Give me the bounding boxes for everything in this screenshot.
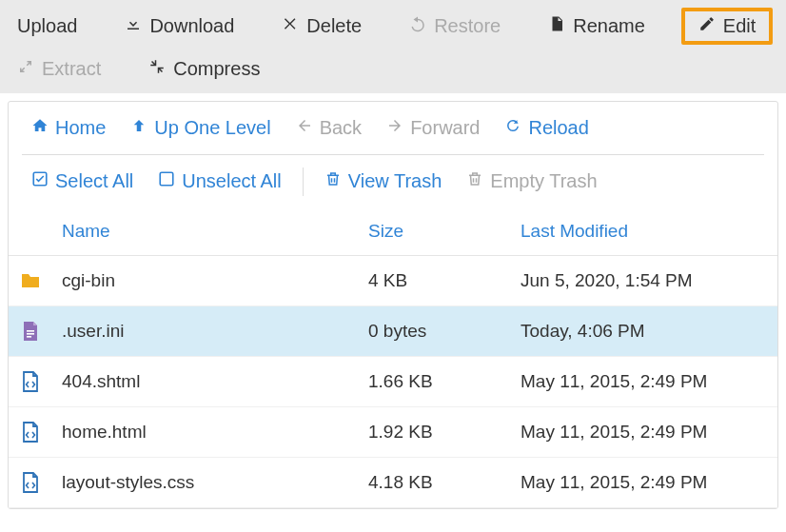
edit-label: Edit — [723, 15, 756, 37]
checkbox-checked-icon — [31, 170, 49, 192]
column-name[interactable]: Name — [52, 207, 359, 256]
trash-icon — [324, 170, 342, 192]
arrow-right-icon — [386, 117, 403, 139]
unselect-all-button[interactable]: Unselect All — [148, 165, 291, 198]
table-row[interactable]: 404.shtml1.66 KBMay 11, 2015, 2:49 PM — [9, 357, 777, 407]
file-panel: Home Up One Level Back Forward Reload — [8, 101, 778, 509]
svg-rect-4 — [27, 336, 31, 338]
file-size: 1.66 KB — [359, 357, 511, 407]
view-trash-button[interactable]: View Trash — [315, 165, 452, 198]
file-size: 0 bytes — [359, 306, 511, 357]
upload-label: Upload — [17, 15, 77, 37]
unselect-all-label: Unselect All — [182, 170, 282, 192]
download-icon — [125, 15, 142, 37]
file-icon — [548, 15, 565, 37]
download-button[interactable]: Download — [113, 10, 246, 43]
file-modified: Today, 4:06 PM — [511, 306, 777, 357]
svg-rect-3 — [27, 333, 34, 335]
restore-button: Restore — [398, 10, 512, 43]
reload-icon — [504, 117, 521, 139]
file-table: Name Size Last Modified cgi-bin4 KBJun 5… — [9, 207, 777, 508]
restore-label: Restore — [434, 15, 501, 37]
view-trash-label: View Trash — [348, 170, 442, 192]
file-modified: May 11, 2015, 2:49 PM — [511, 407, 777, 458]
file-size: 4 KB — [359, 256, 511, 306]
forward-label: Forward — [410, 117, 480, 139]
file-size: 4.18 KB — [359, 458, 511, 508]
file-name: .user.ini — [52, 306, 359, 357]
select-toolbar: Select All Unselect All View Trash Empty… — [9, 155, 777, 207]
file-name: home.html — [52, 407, 359, 458]
column-modified[interactable]: Last Modified — [511, 207, 777, 256]
arrow-left-icon — [296, 117, 313, 139]
empty-trash-button: Empty Trash — [457, 165, 606, 198]
undo-icon — [409, 15, 426, 37]
table-row[interactable]: .user.ini0 bytesToday, 4:06 PM — [9, 306, 777, 357]
pencil-icon — [698, 15, 716, 37]
edit-button[interactable]: Edit — [681, 8, 773, 45]
file-type-icon — [9, 256, 52, 306]
back-button: Back — [286, 111, 371, 145]
nav-toolbar: Home Up One Level Back Forward Reload — [9, 102, 777, 154]
rename-label: Rename — [573, 15, 645, 37]
up-label: Up One Level — [154, 117, 270, 139]
back-label: Back — [320, 117, 362, 139]
empty-trash-label: Empty Trash — [490, 170, 597, 192]
svg-rect-1 — [161, 172, 174, 186]
delete-button[interactable]: Delete — [270, 10, 373, 43]
close-icon — [282, 15, 299, 37]
file-type-icon — [9, 306, 52, 357]
home-button[interactable]: Home — [22, 111, 115, 145]
file-name: layout-styles.css — [52, 458, 359, 508]
up-one-level-button[interactable]: Up One Level — [121, 111, 280, 145]
table-row[interactable]: cgi-bin4 KBJun 5, 2020, 1:54 PM — [9, 256, 777, 306]
file-size: 1.92 KB — [359, 407, 511, 458]
home-icon — [31, 117, 49, 139]
upload-button[interactable]: Upload — [6, 10, 88, 43]
extract-button: Extract — [6, 52, 112, 86]
extract-label: Extract — [42, 58, 101, 80]
reload-label: Reload — [528, 117, 588, 139]
compress-button[interactable]: Compress — [137, 52, 271, 86]
column-icon — [9, 207, 52, 256]
file-name: 404.shtml — [52, 357, 359, 407]
main-toolbar: Upload Download Delete Restore Rename Ed… — [0, 0, 786, 93]
select-all-button[interactable]: Select All — [22, 165, 143, 198]
table-row[interactable]: layout-styles.css4.18 KBMay 11, 2015, 2:… — [9, 458, 777, 508]
separator — [303, 167, 304, 196]
file-type-icon — [9, 357, 52, 407]
file-modified: Jun 5, 2020, 1:54 PM — [511, 256, 777, 306]
delete-label: Delete — [306, 15, 362, 37]
file-modified: May 11, 2015, 2:49 PM — [511, 458, 777, 508]
select-all-label: Select All — [55, 170, 133, 192]
home-label: Home — [55, 117, 106, 139]
compress-icon — [148, 58, 166, 80]
checkbox-empty-icon — [158, 170, 175, 192]
forward-button: Forward — [377, 111, 489, 145]
svg-rect-2 — [27, 330, 34, 332]
trash-icon — [466, 170, 483, 192]
rename-button[interactable]: Rename — [537, 10, 657, 43]
arrow-up-icon — [130, 117, 147, 139]
file-modified: May 11, 2015, 2:49 PM — [511, 357, 777, 407]
expand-icon — [17, 58, 34, 80]
file-type-icon — [9, 458, 52, 508]
file-type-icon — [9, 407, 52, 458]
file-name: cgi-bin — [52, 256, 359, 306]
table-row[interactable]: home.html1.92 KBMay 11, 2015, 2:49 PM — [9, 407, 777, 458]
reload-button[interactable]: Reload — [495, 111, 598, 145]
compress-label: Compress — [173, 58, 260, 80]
column-size[interactable]: Size — [359, 207, 511, 256]
download-label: Download — [149, 15, 234, 37]
